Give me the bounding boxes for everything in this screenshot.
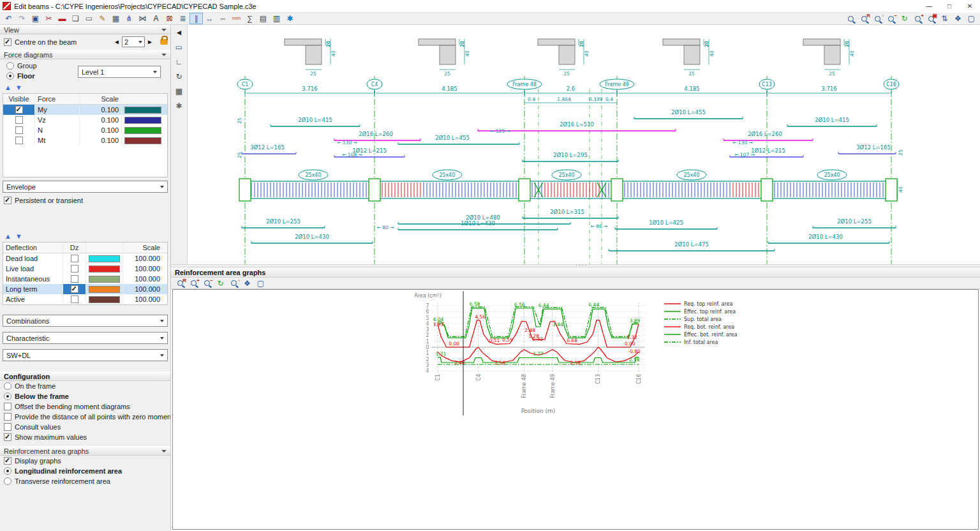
save-button[interactable]: ▣ (29, 13, 42, 24)
zoom-redraw-button[interactable]: ↻ (898, 13, 911, 24)
reinforcement-area-chart[interactable]: 7654321012344.043.930.001.712.486.584.56… (173, 290, 979, 417)
color-swatch[interactable] (124, 117, 161, 124)
zoom-in-button[interactable]: + (187, 278, 200, 289)
zoom-window-button[interactable]: ▫ (871, 13, 884, 24)
persistent-transient-checkbox[interactable]: Persistent or transient (0, 195, 170, 206)
checkbox-icon[interactable] (15, 137, 23, 144)
zoom-in-button[interactable]: + (911, 13, 924, 24)
join-bars-button[interactable]: ⋈ (136, 13, 149, 24)
color-swatch[interactable] (89, 266, 120, 273)
lock-icon[interactable] (160, 39, 168, 45)
beam-number-select[interactable]: 2 (122, 36, 145, 47)
level-select[interactable]: Level 1 (78, 66, 161, 78)
toolbox-button[interactable]: ✱ (173, 100, 186, 112)
combinations-select[interactable]: Combinations (3, 315, 168, 327)
hide-panel-button[interactable]: ◄ (173, 26, 186, 39)
move-up-button[interactable]: ▲ (4, 84, 11, 91)
floor-radio[interactable]: Floor (3, 71, 78, 81)
envelope-select[interactable]: Envelope (3, 181, 168, 193)
zoom-extents-button[interactable]: ▣ (924, 13, 938, 24)
copy-bars-button[interactable]: ❏ (69, 13, 82, 24)
color-swatch[interactable] (124, 127, 161, 134)
summary-button[interactable]: ∑ (243, 13, 256, 24)
color-swatch[interactable] (89, 296, 120, 303)
force-row-my[interactable]: My 0.100 (3, 105, 167, 115)
move-up-button[interactable]: ▲ (4, 232, 11, 240)
print-button[interactable]: ▥ (270, 13, 283, 24)
zoom-out-button[interactable]: − (884, 13, 898, 24)
checkbox-icon[interactable] (71, 275, 78, 283)
minimize-button[interactable]: — (919, 0, 939, 13)
close-button[interactable]: ✕ (960, 0, 980, 13)
pan-button[interactable]: ❖ (241, 278, 254, 289)
checkbox-icon[interactable] (71, 265, 78, 273)
consult-values-checkbox[interactable]: Consult values (0, 422, 170, 432)
centre-on-beam-checkbox[interactable]: Centre on the beam (4, 38, 77, 46)
force-row-mt[interactable]: Mt 0.100 (3, 135, 167, 146)
previous-beam-button[interactable]: ◄ (112, 38, 122, 45)
zoom-previous-button[interactable]: R (174, 278, 187, 289)
erase-button[interactable]: ⊠ (163, 13, 176, 24)
bars-table-button[interactable]: ▦ (109, 13, 122, 24)
delete-bar-button[interactable]: ▬ (56, 13, 69, 24)
deflection-row-instantaneous[interactable]: Instantaneous 100.000 (3, 274, 167, 284)
longitudinal-area-radio[interactable]: Longitudinal reinforcement area (0, 466, 170, 476)
color-swatch[interactable] (89, 255, 120, 262)
next-beam-button[interactable]: ► (145, 38, 155, 45)
force-row-vz[interactable]: Vz 0.100 (3, 115, 167, 125)
perpendicular-button[interactable]: ∟ (173, 56, 186, 68)
show-maximum-values-checkbox[interactable]: Show maximum values (0, 432, 170, 442)
section-header-view[interactable]: View (0, 25, 170, 34)
checkbox-icon[interactable] (71, 255, 78, 262)
checkbox-icon[interactable] (15, 126, 23, 134)
deflection-row-active[interactable]: Active 100.000 (3, 294, 167, 304)
beam-drawing-canvas[interactable]: 3.7164.1852.64.1853.7160.41.4640.3390.42… (188, 25, 980, 264)
deflection-row-live-load[interactable]: Live load 100.000 (3, 264, 167, 274)
fullscreen-button[interactable]: ▢ (254, 278, 267, 289)
dimensioning-button[interactable]: ⇔ (216, 13, 230, 24)
zoom-previous-button[interactable]: R (858, 13, 871, 24)
undo-button[interactable]: ↶ (2, 13, 15, 24)
deflection-row-dead-load[interactable]: Dead load 100.000 (3, 253, 167, 264)
pan-vertical-button[interactable]: ⇅ (938, 13, 951, 24)
zoom-search-button[interactable] (844, 13, 858, 24)
transverse-area-radio[interactable]: Transverse reinforcement area (0, 476, 170, 486)
units-mm-button[interactable]: mm (230, 13, 243, 24)
redraw-button[interactable]: ↻ (214, 278, 227, 289)
edit-frame-button[interactable]: ▭ (82, 13, 96, 24)
panel-splitter[interactable] (171, 264, 980, 267)
stirrup-spacing-button[interactable]: ↔ (203, 13, 216, 24)
section-header-configuration[interactable]: Configuration (0, 371, 170, 381)
split-bar-button[interactable]: ⋔ (122, 13, 136, 24)
deflection-row-long-term[interactable]: Long term 100.000 (3, 284, 167, 294)
reinforcement-list-button[interactable]: ≣ (176, 13, 189, 24)
color-swatch[interactable] (89, 286, 120, 293)
move-down-button[interactable]: ▼ (15, 84, 22, 91)
checkbox-icon[interactable] (71, 285, 78, 293)
grid-button[interactable]: ▦ (173, 85, 186, 98)
edit-bars-button[interactable]: ✂ (42, 13, 56, 24)
zoom-window-button[interactable]: ▫ (227, 278, 241, 289)
display-graphs-checkbox[interactable]: Display graphs (0, 456, 170, 466)
checkbox-icon[interactable] (15, 106, 23, 114)
offset-moment-checkbox[interactable]: Offset the bending moment diagrams (0, 401, 170, 412)
settings-button[interactable]: ✱ (283, 13, 297, 24)
zero-moment-distance-checkbox[interactable]: Provide the distance of all points with … (0, 412, 170, 422)
checkbox-icon[interactable] (15, 116, 23, 124)
swdl-select[interactable]: SW+DL (3, 349, 168, 361)
section-header-force-diagrams[interactable]: Force diagrams (0, 50, 170, 59)
move-down-button[interactable]: ▼ (15, 232, 22, 240)
group-radio[interactable]: Group (3, 61, 78, 71)
characteristic-select[interactable]: Characteristic (3, 332, 168, 344)
edit-text-button[interactable]: A (149, 13, 163, 24)
views-button[interactable]: ▤ (256, 13, 270, 24)
edit-points-button[interactable]: ✎ (96, 13, 109, 24)
force-row-n[interactable]: N 0.100 (3, 125, 167, 135)
zoom-out-button[interactable]: − (200, 278, 214, 289)
redo-button[interactable]: ↷ (15, 13, 29, 24)
color-swatch[interactable] (124, 137, 161, 144)
color-swatch[interactable] (124, 107, 161, 114)
section-header-reinforcement-graphs[interactable]: Reinforcement area graphs (0, 446, 170, 456)
below-frame-radio[interactable]: Below the frame (0, 391, 170, 401)
on-frame-radio[interactable]: On the frame (0, 381, 170, 391)
